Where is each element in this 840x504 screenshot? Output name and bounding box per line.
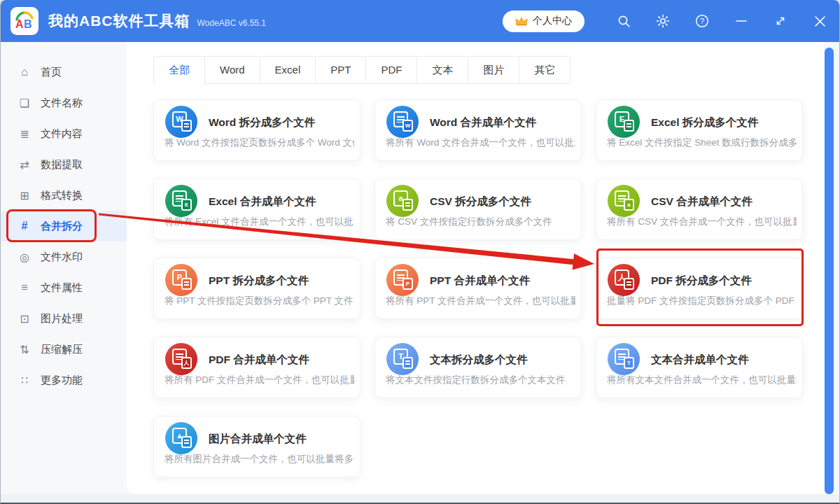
- card-desc: 将 Word 文件按指定页数拆分成多个 Word 文件: [164, 136, 354, 149]
- personal-center-button[interactable]: 个人中心: [503, 10, 584, 32]
- card-excel-merge[interactable]: EE Excel 合并成单个文件 将所有 Excel 文件合并成一个文件，也可以…: [153, 178, 360, 240]
- sidebar-item-home[interactable]: ⌂首页: [1, 57, 127, 88]
- card-text-merge[interactable]: TT 文本合并成单个文件 将所有文本文件合并成一个文件，也可以批量将多: [596, 337, 803, 398]
- settings-gear-icon[interactable]: [643, 0, 682, 42]
- sidebar-item-label: 格式转换: [41, 189, 83, 202]
- card-title: CSV 拆分成多个文件: [430, 195, 531, 209]
- sidebar-item-file-props[interactable]: ≡文件属性: [1, 272, 127, 303]
- card-image-merge[interactable]: ▲▲ 图片合并成单个文件 将所有图片合并成一个文件，也可以批量将多个文: [153, 416, 360, 477]
- card-ppt-split[interactable]: PP PPT 拆分成多个文件 将 PPT 文件按指定页数拆分成多个 PPT 文件: [153, 258, 360, 319]
- card-title: Word 合并成单个文件: [430, 115, 536, 130]
- pdf-split-icon: 人人: [608, 264, 640, 296]
- card-desc: 将所有 PPT 文件合并成一个文件，也可以批量将多: [386, 295, 575, 307]
- sidebar-item-file-content[interactable]: ≣文件内容: [1, 118, 127, 149]
- card-title: PDF 合并成单个文件: [209, 353, 309, 368]
- sidebar-item-label: 图片处理: [41, 312, 83, 326]
- tab-word[interactable]: Word: [204, 56, 260, 84]
- sidebar-item-label: 文件名称: [41, 97, 83, 110]
- sidebar-item-label: 合并拆分: [41, 220, 83, 233]
- personal-center-label: 个人中心: [533, 15, 572, 27]
- card-csv-split[interactable]: aa CSV 拆分成多个文件 将 CSV 文件按指定行数拆分成多个文件: [374, 178, 582, 240]
- hash-icon: #: [18, 220, 31, 232]
- sidebar-item-label: 文件内容: [41, 127, 83, 141]
- card-title: PPT 合并成单个文件: [430, 274, 530, 288]
- image-merge-icon: ▲▲: [165, 422, 197, 454]
- home-icon: ⌂: [18, 66, 31, 78]
- sidebar-item-more[interactable]: ∷更多功能: [1, 365, 127, 396]
- svg-text:A: A: [15, 18, 24, 30]
- window-footer: [1, 494, 839, 504]
- close-button[interactable]: [800, 0, 839, 42]
- sidebar-item-label: 文件水印: [41, 251, 83, 264]
- ppt-split-icon: PP: [165, 264, 197, 296]
- tab-excel[interactable]: Excel: [260, 56, 316, 84]
- sidebar-item-label: 压缩解压: [41, 343, 83, 356]
- word-split-icon: WW: [165, 106, 197, 138]
- properties-icon: ≡: [18, 281, 31, 294]
- titlebar: A B 我的ABC软件工具箱 WodeABC v6.55.1 个人中心: [1, 0, 839, 42]
- tab-other[interactable]: 其它: [519, 56, 570, 84]
- list-icon: ≣: [18, 127, 31, 141]
- more-grid-icon: ∷: [18, 374, 31, 387]
- csv-merge-icon: aa: [608, 185, 640, 217]
- app-title: 我的ABC软件工具箱: [48, 11, 190, 31]
- card-desc: 将 PPT 文件按指定页数拆分成多个 PPT 文件: [164, 295, 354, 307]
- app-version: WodeABC v6.55.1: [197, 18, 267, 28]
- sidebar-item-merge-split[interactable]: #合并拆分: [1, 211, 127, 241]
- sidebar-item-image-process[interactable]: ⊡图片处理: [1, 303, 127, 334]
- sidebar-item-file-name[interactable]: ❏文件名称: [1, 88, 127, 118]
- grid-icon: ⊞: [18, 189, 31, 202]
- file-icon: ❏: [18, 97, 31, 110]
- card-title: PPT 拆分成多个文件: [209, 274, 309, 288]
- maximize-button[interactable]: [761, 0, 800, 42]
- card-ppt-merge[interactable]: PP PPT 合并成单个文件 将所有 PPT 文件合并成一个文件，也可以批量将多: [374, 258, 582, 319]
- tab-image[interactable]: 图片: [468, 56, 519, 84]
- tab-pdf[interactable]: PDF: [365, 56, 417, 84]
- tab-text[interactable]: 文本: [416, 56, 468, 84]
- minimize-button[interactable]: [722, 0, 761, 42]
- card-desc: 将所有图片合并成一个文件，也可以批量将多个文: [164, 453, 354, 465]
- help-icon[interactable]: ?: [682, 0, 722, 42]
- card-title: 图片合并成单个文件: [209, 432, 307, 447]
- tab-ppt[interactable]: PPT: [315, 56, 366, 84]
- app-logo-icon: A B: [10, 7, 38, 35]
- card-desc: 将所有 PDF 文件合并成一个文件，也可以批量将多: [164, 374, 354, 386]
- card-word-split[interactable]: WW Word 拆分成多个文件 将 Word 文件按指定页数拆分成多个 Word…: [153, 99, 360, 161]
- app-window: A B 我的ABC软件工具箱 WodeABC v6.55.1 个人中心: [0, 0, 840, 504]
- sidebar-item-watermark[interactable]: ◎文件水印: [1, 241, 127, 272]
- card-desc: 将所有 CSV 文件合并成一个文件，也可以批量将多: [607, 216, 797, 228]
- card-title: Word 拆分成多个文件: [209, 115, 315, 130]
- sidebar-item-data-extract[interactable]: ⇄数据提取: [1, 149, 127, 180]
- vertical-scrollbar-thumb[interactable]: [825, 48, 834, 494]
- tab-all[interactable]: 全部: [153, 56, 205, 84]
- card-text-split[interactable]: TT 文本拆分成多个文件 将文本文件按指定行数拆分成多个文本文件: [374, 337, 582, 398]
- card-title: Excel 拆分成多个文件: [651, 115, 758, 130]
- svg-text:B: B: [24, 18, 32, 30]
- sidebar-item-label: 数据提取: [41, 158, 83, 172]
- arrows-icon: ⇄: [18, 158, 31, 172]
- svg-text:?: ?: [700, 17, 704, 25]
- card-excel-split[interactable]: EE Excel 拆分成多个文件 将 Excel 文件按指定 Sheet 数或行…: [596, 99, 803, 161]
- crown-icon: [515, 17, 528, 26]
- word-merge-icon: WW: [386, 106, 419, 138]
- sidebar-item-label: 首页: [41, 66, 62, 79]
- tabbar: 全部 Word Excel PPT PDF 文本 图片 其它: [153, 56, 824, 84]
- card-desc: 将文本文件按指定行数拆分成多个文本文件: [386, 374, 575, 386]
- card-pdf-split[interactable]: 人人 PDF 拆分成多个文件 批量将 PDF 文件按指定页数拆分成多个 PDF …: [596, 258, 803, 319]
- excel-split-icon: EE: [608, 106, 640, 138]
- text-merge-icon: TT: [608, 343, 640, 375]
- sidebar-item-compress[interactable]: ⇅压缩解压: [1, 334, 127, 365]
- card-desc: 批量将 PDF 文件按指定页数拆分成多个 PDF 文件: [607, 295, 797, 307]
- compress-icon: ⇅: [18, 343, 31, 356]
- card-csv-merge[interactable]: aa CSV 合并成单个文件 将所有 CSV 文件合并成一个文件，也可以批量将多: [596, 178, 803, 240]
- card-pdf-merge[interactable]: 人人 PDF 合并成单个文件 将所有 PDF 文件合并成一个文件，也可以批量将多: [153, 337, 360, 398]
- search-icon[interactable]: [604, 0, 643, 42]
- sidebar-item-label: 更多功能: [41, 374, 83, 387]
- sidebar-item-format-convert[interactable]: ⊞格式转换: [1, 180, 127, 211]
- card-desc: 将所有 Excel 文件合并成一个文件，也可以批量将多: [164, 216, 354, 228]
- sidebar-item-label: 文件属性: [41, 281, 83, 295]
- card-word-merge[interactable]: WW Word 合并成单个文件 将所有 Word 文件合并成一个文件，也可以批量…: [374, 99, 582, 161]
- tool-card-grid: WW Word 拆分成多个文件 将 Word 文件按指定页数拆分成多个 Word…: [153, 99, 803, 477]
- excel-merge-icon: EE: [165, 185, 197, 217]
- card-title: CSV 合并成单个文件: [651, 195, 752, 209]
